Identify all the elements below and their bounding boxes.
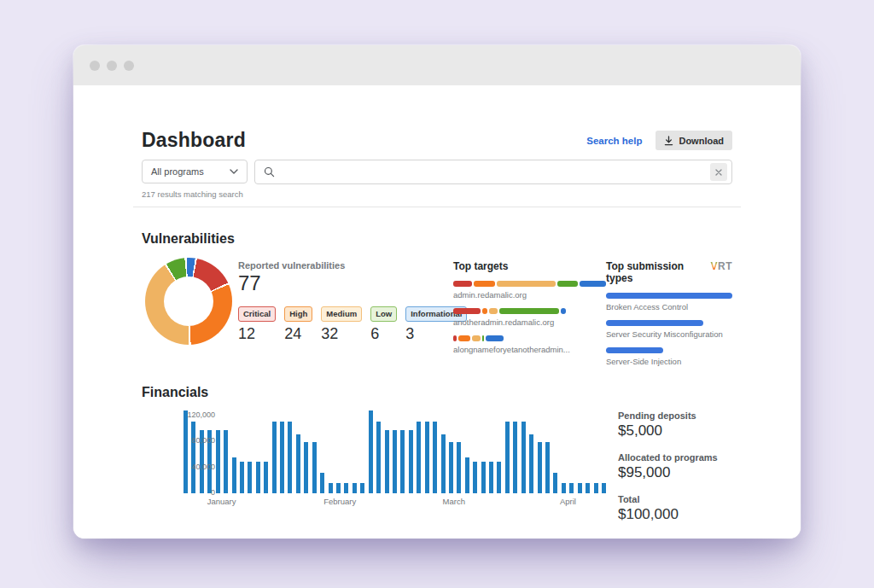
submission-type-bar (606, 320, 703, 326)
financial-bar (569, 483, 574, 493)
target-bar-segment (482, 308, 487, 314)
severity-badges: Critical12High24Medium32Low6Informationa… (238, 305, 453, 343)
severity-badge-group: Medium32 (321, 305, 362, 343)
reported-vulnerabilities-label: Reported vulnerabilities (238, 260, 453, 271)
financial-bar (280, 422, 284, 493)
submission-type-label: Server Security Misconfiguration (606, 329, 732, 339)
financial-bar (425, 422, 429, 493)
severity-count: 12 (238, 325, 276, 343)
vrt-rt: RT (718, 260, 732, 272)
vrt-logo: VRT (710, 260, 732, 272)
severity-badge[interactable]: Low (370, 306, 397, 322)
clear-search-button[interactable] (710, 163, 727, 181)
financial-bar (191, 422, 195, 493)
target-bar-segment (482, 335, 484, 341)
financial-bar (465, 457, 469, 493)
window-dot-icon (124, 61, 134, 71)
target-stacked-bar (453, 335, 504, 341)
severity-donut-chart[interactable] (145, 258, 232, 345)
severity-badge[interactable]: High (284, 306, 312, 322)
financial-bar (385, 430, 389, 493)
target-bar-segment (453, 281, 472, 287)
x-axis-month-label: March (443, 497, 465, 506)
target-bar-segment (458, 335, 470, 341)
financial-summary-value: $5,000 (618, 422, 718, 440)
financial-bar (489, 462, 493, 493)
financial-summary-item: Allocated to programs$95,000 (618, 452, 718, 481)
financial-bar (602, 483, 606, 493)
severity-count: 32 (321, 325, 362, 343)
top-target-item[interactable]: admin.redamalic.org (453, 281, 606, 300)
search-help-link[interactable]: Search help (586, 136, 642, 146)
financials-bar-chart: 120,00080,00040,0000 JanuaryFebruaryMarc… (142, 409, 606, 509)
financial-bar (594, 483, 598, 493)
financial-bar (409, 430, 413, 493)
financial-bar (232, 457, 236, 493)
financials-heading: Financials (142, 385, 732, 400)
financial-bar (441, 434, 446, 493)
top-submission-types-list: Broken Access ControlServer Security Mis… (606, 293, 732, 366)
financial-bar (545, 442, 550, 493)
browser-window: Dashboard Search help Download All progr… (73, 45, 801, 539)
section-divider (133, 207, 741, 207)
financial-summary-label: Pending deposits (618, 410, 718, 421)
chevron-down-icon (230, 169, 238, 174)
top-submission-types-heading: Top submission types (606, 260, 710, 284)
submission-type-item[interactable]: Server-Side Injection (606, 347, 732, 366)
window-dot-icon (90, 61, 100, 71)
window-dot-icon (107, 61, 117, 71)
target-stacked-bar (453, 308, 566, 314)
financial-bar (312, 442, 317, 493)
severity-badge[interactable]: Critical (238, 306, 276, 322)
financial-bar (538, 442, 542, 493)
financial-summary-label: Allocated to programs (618, 452, 718, 463)
severity-badge-group: Low6 (370, 305, 397, 343)
financial-bar (184, 410, 188, 493)
download-button[interactable]: Download (656, 131, 732, 150)
target-bar-segment (489, 308, 498, 314)
page-title: Dashboard (142, 129, 246, 152)
vrt-v: V (710, 260, 718, 272)
target-bar-segment (580, 281, 606, 287)
vulnerabilities-heading: Vulnerabilities (142, 231, 732, 247)
financial-summary-value: $100,000 (618, 506, 718, 523)
financial-bar (400, 430, 405, 493)
financial-bar (264, 462, 268, 493)
financial-bar (553, 473, 557, 493)
top-target-label: anotheradmin.redamalic.org (453, 317, 606, 327)
target-bar-segment (474, 281, 495, 287)
target-bar-segment (499, 308, 559, 314)
x-axis-month-label: February (323, 497, 356, 506)
target-bar-segment (453, 308, 481, 314)
financial-bar (360, 483, 364, 493)
top-target-item[interactable]: anotheradmin.redamalic.org (453, 308, 606, 327)
reported-vulnerabilities-count: 77 (238, 271, 453, 295)
financial-bar (505, 422, 510, 493)
search-input[interactable] (281, 166, 704, 178)
financial-bar (240, 462, 244, 493)
financial-bar (353, 483, 357, 493)
financial-bar (433, 422, 437, 493)
results-count: 217 results matching search (142, 189, 732, 199)
target-stacked-bar (453, 281, 606, 287)
submission-type-bar (606, 347, 663, 353)
y-axis-tick-label: 40,000 (184, 463, 221, 471)
submission-type-label: Broken Access Control (606, 302, 732, 311)
window-titlebar (73, 45, 801, 85)
top-target-label: admin.redamalic.org (453, 290, 606, 300)
severity-badge[interactable]: Medium (321, 306, 362, 322)
program-filter-select[interactable]: All programs (142, 160, 248, 183)
submission-type-item[interactable]: Server Security Misconfiguration (606, 320, 732, 339)
financial-bar (369, 410, 373, 493)
financial-bar (457, 442, 461, 493)
financials-plot: 120,00080,00040,0000 (184, 409, 606, 493)
financial-bar (449, 442, 453, 493)
financial-bar (497, 462, 501, 493)
x-axis-month-label: April (560, 497, 576, 506)
financial-bar (473, 462, 477, 493)
severity-count: 6 (370, 325, 397, 343)
top-target-item[interactable]: alongnameforyetanotheradmin... (453, 335, 606, 354)
download-button-label: Download (679, 136, 724, 146)
severity-badge-group: High24 (284, 305, 312, 343)
submission-type-item[interactable]: Broken Access Control (606, 293, 732, 311)
